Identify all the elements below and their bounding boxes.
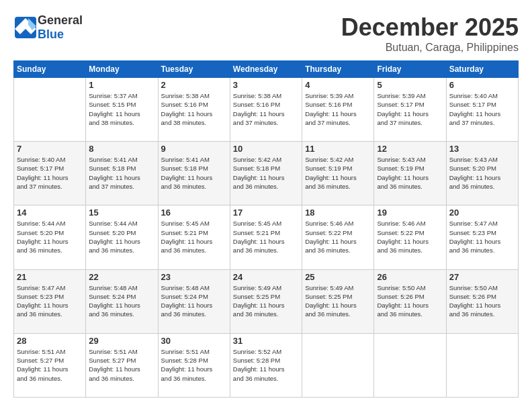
calendar-header-row: SundayMondayTuesdayWednesdayThursdayFrid…: [14, 61, 519, 78]
day-number: 19: [377, 208, 443, 218]
calendar-cell: [302, 333, 374, 397]
calendar-cell: [374, 333, 446, 397]
day-number: 8: [89, 144, 154, 154]
day-number: 12: [377, 144, 443, 154]
day-number: 16: [161, 208, 227, 218]
calendar-week-row: 21Sunrise: 5:47 AM Sunset: 5:23 PM Dayli…: [14, 269, 519, 333]
calendar-cell: 2Sunrise: 5:38 AM Sunset: 5:16 PM Daylig…: [158, 78, 230, 142]
day-info: Sunrise: 5:37 AM Sunset: 5:15 PM Dayligh…: [89, 91, 154, 127]
day-number: 26: [377, 272, 443, 282]
logo-icon: [13, 15, 38, 40]
day-info: Sunrise: 5:50 AM Sunset: 5:26 PM Dayligh…: [377, 283, 443, 319]
calendar-cell: 4Sunrise: 5:39 AM Sunset: 5:16 PM Daylig…: [302, 78, 374, 142]
calendar-cell: 10Sunrise: 5:42 AM Sunset: 5:18 PM Dayli…: [230, 142, 302, 205]
day-info: Sunrise: 5:49 AM Sunset: 5:25 PM Dayligh…: [233, 283, 299, 319]
calendar-day-header: Friday: [374, 61, 446, 78]
calendar-cell: 31Sunrise: 5:52 AM Sunset: 5:28 PM Dayli…: [230, 333, 302, 397]
day-number: 27: [449, 272, 515, 282]
day-info: Sunrise: 5:49 AM Sunset: 5:25 PM Dayligh…: [305, 283, 371, 319]
calendar-cell: 7Sunrise: 5:40 AM Sunset: 5:17 PM Daylig…: [14, 142, 86, 205]
day-info: Sunrise: 5:44 AM Sunset: 5:20 PM Dayligh…: [89, 219, 154, 255]
day-info: Sunrise: 5:52 AM Sunset: 5:28 PM Dayligh…: [233, 347, 299, 383]
day-info: Sunrise: 5:39 AM Sunset: 5:17 PM Dayligh…: [377, 91, 443, 127]
day-number: 23: [161, 272, 227, 282]
day-info: Sunrise: 5:47 AM Sunset: 5:23 PM Dayligh…: [17, 283, 83, 319]
day-info: Sunrise: 5:47 AM Sunset: 5:23 PM Dayligh…: [449, 219, 515, 255]
day-number: 18: [305, 208, 371, 218]
day-info: Sunrise: 5:51 AM Sunset: 5:27 PM Dayligh…: [89, 347, 154, 383]
day-info: Sunrise: 5:44 AM Sunset: 5:20 PM Dayligh…: [17, 219, 83, 255]
calendar-cell: 13Sunrise: 5:43 AM Sunset: 5:20 PM Dayli…: [446, 142, 518, 205]
calendar-cell: 24Sunrise: 5:49 AM Sunset: 5:25 PM Dayli…: [230, 269, 302, 333]
day-info: Sunrise: 5:41 AM Sunset: 5:18 PM Dayligh…: [89, 155, 154, 191]
calendar-cell: 28Sunrise: 5:51 AM Sunset: 5:27 PM Dayli…: [14, 333, 86, 397]
day-number: 31: [233, 336, 299, 346]
title-block: December 2025 Butuan, Caraga, Philippine…: [341, 13, 519, 54]
calendar-day-header: Sunday: [14, 61, 86, 78]
calendar-cell: 29Sunrise: 5:51 AM Sunset: 5:27 PM Dayli…: [86, 333, 158, 397]
calendar-cell: 11Sunrise: 5:42 AM Sunset: 5:19 PM Dayli…: [302, 142, 374, 205]
day-number: 13: [449, 144, 515, 154]
day-info: Sunrise: 5:45 AM Sunset: 5:21 PM Dayligh…: [161, 219, 227, 255]
header: General Blue December 2025 Butuan, Carag…: [13, 13, 519, 54]
calendar-cell: 17Sunrise: 5:45 AM Sunset: 5:21 PM Dayli…: [230, 205, 302, 269]
day-number: 5: [377, 80, 443, 90]
day-number: 20: [449, 208, 515, 218]
day-info: Sunrise: 5:43 AM Sunset: 5:20 PM Dayligh…: [449, 155, 515, 191]
logo-text: General Blue: [38, 13, 83, 42]
day-info: Sunrise: 5:50 AM Sunset: 5:26 PM Dayligh…: [449, 283, 515, 319]
calendar-cell: 9Sunrise: 5:41 AM Sunset: 5:18 PM Daylig…: [158, 142, 230, 205]
day-number: 6: [449, 80, 515, 90]
day-info: Sunrise: 5:41 AM Sunset: 5:18 PM Dayligh…: [161, 155, 227, 191]
calendar-cell: 20Sunrise: 5:47 AM Sunset: 5:23 PM Dayli…: [446, 205, 518, 269]
day-number: 4: [305, 80, 371, 90]
calendar-cell: 23Sunrise: 5:48 AM Sunset: 5:24 PM Dayli…: [158, 269, 230, 333]
day-info: Sunrise: 5:51 AM Sunset: 5:28 PM Dayligh…: [161, 347, 227, 383]
day-info: Sunrise: 5:39 AM Sunset: 5:16 PM Dayligh…: [305, 91, 371, 127]
calendar-cell: 14Sunrise: 5:44 AM Sunset: 5:20 PM Dayli…: [14, 205, 86, 269]
calendar-day-header: Wednesday: [230, 61, 302, 78]
day-info: Sunrise: 5:40 AM Sunset: 5:17 PM Dayligh…: [17, 155, 83, 191]
day-info: Sunrise: 5:40 AM Sunset: 5:17 PM Dayligh…: [449, 91, 515, 127]
day-number: 7: [17, 144, 83, 154]
calendar-cell: 15Sunrise: 5:44 AM Sunset: 5:20 PM Dayli…: [86, 205, 158, 269]
month-title: December 2025: [341, 13, 519, 42]
day-number: 24: [233, 272, 299, 282]
calendar-cell: 22Sunrise: 5:48 AM Sunset: 5:24 PM Dayli…: [86, 269, 158, 333]
calendar-day-header: Thursday: [302, 61, 374, 78]
day-number: 22: [89, 272, 154, 282]
calendar-week-row: 7Sunrise: 5:40 AM Sunset: 5:17 PM Daylig…: [14, 142, 519, 205]
day-info: Sunrise: 5:42 AM Sunset: 5:19 PM Dayligh…: [305, 155, 371, 191]
logo: General Blue: [13, 13, 83, 42]
calendar-cell: 16Sunrise: 5:45 AM Sunset: 5:21 PM Dayli…: [158, 205, 230, 269]
location-title: Butuan, Caraga, Philippines: [341, 42, 519, 54]
day-number: 25: [305, 272, 371, 282]
calendar-week-row: 1Sunrise: 5:37 AM Sunset: 5:15 PM Daylig…: [14, 78, 519, 142]
day-number: 14: [17, 208, 83, 218]
calendar-cell: 1Sunrise: 5:37 AM Sunset: 5:15 PM Daylig…: [86, 78, 158, 142]
day-number: 21: [17, 272, 83, 282]
calendar-cell: 25Sunrise: 5:49 AM Sunset: 5:25 PM Dayli…: [302, 269, 374, 333]
calendar-day-header: Monday: [86, 61, 158, 78]
calendar-cell: 12Sunrise: 5:43 AM Sunset: 5:19 PM Dayli…: [374, 142, 446, 205]
calendar-cell: [14, 78, 86, 142]
calendar-day-header: Tuesday: [158, 61, 230, 78]
day-info: Sunrise: 5:48 AM Sunset: 5:24 PM Dayligh…: [161, 283, 227, 319]
calendar-table: SundayMondayTuesdayWednesdayThursdayFrid…: [13, 60, 519, 398]
day-number: 28: [17, 336, 83, 346]
calendar-cell: 27Sunrise: 5:50 AM Sunset: 5:26 PM Dayli…: [446, 269, 518, 333]
day-number: 3: [233, 80, 299, 90]
calendar-cell: 19Sunrise: 5:46 AM Sunset: 5:22 PM Dayli…: [374, 205, 446, 269]
day-number: 1: [89, 80, 154, 90]
calendar-week-row: 28Sunrise: 5:51 AM Sunset: 5:27 PM Dayli…: [14, 333, 519, 397]
day-info: Sunrise: 5:38 AM Sunset: 5:16 PM Dayligh…: [233, 91, 299, 127]
day-info: Sunrise: 5:45 AM Sunset: 5:21 PM Dayligh…: [233, 219, 299, 255]
day-info: Sunrise: 5:42 AM Sunset: 5:18 PM Dayligh…: [233, 155, 299, 191]
day-number: 11: [305, 144, 371, 154]
day-number: 17: [233, 208, 299, 218]
calendar-cell: 30Sunrise: 5:51 AM Sunset: 5:28 PM Dayli…: [158, 333, 230, 397]
day-info: Sunrise: 5:46 AM Sunset: 5:22 PM Dayligh…: [377, 219, 443, 255]
calendar-cell: 3Sunrise: 5:38 AM Sunset: 5:16 PM Daylig…: [230, 78, 302, 142]
calendar-cell: [446, 333, 518, 397]
day-info: Sunrise: 5:46 AM Sunset: 5:22 PM Dayligh…: [305, 219, 371, 255]
